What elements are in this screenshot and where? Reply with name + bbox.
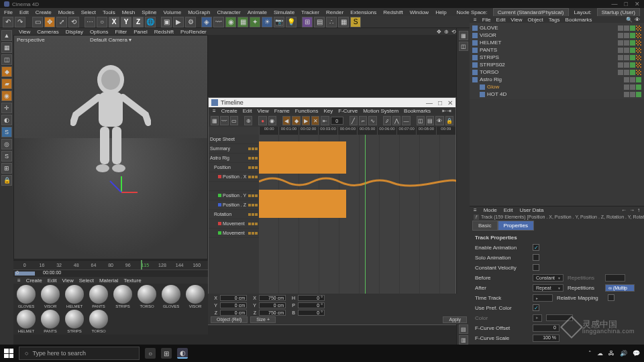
- vis-render-tag[interactable]: [630, 77, 635, 82]
- attr-menu-userdata[interactable]: User Data: [519, 207, 543, 213]
- menu-edit[interactable]: Edit: [19, 9, 29, 15]
- track-toggles[interactable]: [248, 213, 258, 216]
- timeline-tree-row[interactable]: Position . X: [209, 172, 259, 182]
- enable-tag[interactable]: [636, 92, 641, 97]
- viewmenu-options[interactable]: Options: [90, 29, 109, 35]
- coord-x-size[interactable]: 750 cm: [259, 295, 286, 301]
- tl-tangent-auto[interactable]: ⫽: [383, 116, 391, 125]
- enable-tag[interactable]: [630, 48, 635, 53]
- menu-extensions[interactable]: Extensions: [350, 9, 376, 15]
- track-toggles[interactable]: [248, 157, 258, 160]
- timetrack-field[interactable]: ▸: [533, 294, 553, 302]
- track-toggles[interactable]: [248, 204, 258, 206]
- win-close-icon[interactable]: ✕: [635, 1, 640, 7]
- light-button[interactable]: 💡: [286, 17, 297, 27]
- coord-b-rot[interactable]: 0 °: [298, 310, 325, 316]
- vis-editor-tag[interactable]: [618, 25, 623, 31]
- material-item[interactable]: GLOVES: [15, 285, 38, 308]
- deformer-button[interactable]: ✦: [250, 17, 260, 27]
- locked-icon[interactable]: 🔒: [1, 175, 12, 186]
- tl-tangent-break[interactable]: ⋀: [392, 116, 400, 125]
- timeline-tree-row[interactable]: Position: [209, 163, 259, 172]
- vp-zoom-icon[interactable]: ⊕: [444, 29, 449, 35]
- obj-menu-bookmarks[interactable]: Bookmarks: [566, 17, 592, 23]
- coord-mode1-select[interactable]: Object (Rel): [211, 316, 248, 323]
- frame-field[interactable]: 0: [16, 270, 19, 275]
- obj-search-icon[interactable]: 🔍: [626, 17, 633, 23]
- tl-interp-spline[interactable]: ∿: [368, 116, 376, 125]
- viewmenu-display[interactable]: Display: [66, 29, 83, 35]
- taskbar-search[interactable]: ○ Type here to search: [19, 347, 140, 360]
- menu-character[interactable]: Character: [217, 9, 241, 15]
- render-settings-button[interactable]: ⚙: [185, 17, 196, 27]
- menu-spline[interactable]: Spline: [142, 9, 156, 15]
- menu-tools[interactable]: Tools: [103, 9, 115, 15]
- vis-editor-tag[interactable]: [624, 77, 629, 82]
- attr-up-icon[interactable]: ↑: [637, 207, 640, 213]
- tl-record-icon[interactable]: ●: [258, 116, 266, 125]
- menu-window[interactable]: Window: [410, 9, 429, 15]
- menu-animate[interactable]: Animate: [248, 9, 267, 15]
- object-row[interactable]: Astro Rig: [470, 76, 644, 83]
- track-toggles[interactable]: [248, 166, 258, 169]
- tl-menu-view[interactable]: View: [257, 108, 268, 114]
- tray-net-icon[interactable]: 🖧: [608, 350, 614, 357]
- menu-create[interactable]: Create: [36, 9, 52, 15]
- track-toggles[interactable]: [248, 194, 258, 197]
- solo-animation-checkbox[interactable]: [533, 254, 539, 261]
- texture-mode-icon[interactable]: ▦: [1, 42, 12, 53]
- edge-mode-icon[interactable]: ◆: [1, 66, 12, 77]
- nodespace-dropdown[interactable]: Current (Standard/Physical): [493, 8, 569, 17]
- attr-menu-burger[interactable]: ≡: [474, 207, 477, 213]
- history-button[interactable]: ⋯: [85, 17, 95, 27]
- track-toggles[interactable]: [248, 176, 258, 178]
- obj-menu-file[interactable]: File: [482, 17, 491, 23]
- axis-y-button[interactable]: Y: [121, 17, 131, 27]
- tl-fcurve-mode[interactable]: 〰: [220, 116, 228, 125]
- enable-animation-checkbox[interactable]: ✓: [533, 244, 539, 251]
- tl-filter-icon[interactable]: ▤: [426, 116, 434, 125]
- object-row[interactable]: STRIPS02: [470, 61, 644, 68]
- enable-tag[interactable]: [630, 40, 635, 46]
- poly-mode-icon[interactable]: ▰: [1, 78, 12, 89]
- tl-link-icon[interactable]: ⊕: [244, 116, 252, 125]
- attr-tab-properties[interactable]: Properties: [498, 221, 534, 231]
- mat-menu-texture[interactable]: Texture: [123, 278, 141, 284]
- time-field[interactable]: 00:00:00: [43, 270, 61, 275]
- enable-tag[interactable]: [630, 70, 635, 75]
- key-block[interactable]: [259, 141, 346, 174]
- viewmenu-view[interactable]: View: [19, 29, 30, 35]
- material-item[interactable]: STRIPS: [111, 285, 134, 308]
- coord-apply-button[interactable]: Apply: [443, 316, 467, 323]
- object-row[interactable]: HELMET: [470, 39, 644, 46]
- tl-interp-step[interactable]: ⌐: [359, 116, 367, 125]
- particle-button[interactable]: ∴: [326, 17, 337, 27]
- object-row[interactable]: TORSO: [470, 68, 644, 76]
- mat-menu-create[interactable]: Create: [26, 278, 42, 284]
- tl-nav-icon[interactable]: ⇤⇥: [442, 108, 451, 114]
- rotate-tool[interactable]: ⟲: [68, 17, 79, 27]
- tl-menu-bookmarks[interactable]: Bookmarks: [404, 108, 431, 114]
- timeline-track-tree[interactable]: Dope Sheet SummaryAstro RigPositionPosit…: [209, 135, 259, 316]
- vis-render-tag[interactable]: [624, 48, 629, 53]
- material-item[interactable]: VISOR: [184, 285, 207, 308]
- menu-simulate[interactable]: Simulate: [274, 9, 294, 15]
- fcurve-scale-field[interactable]: 100 %: [533, 335, 559, 342]
- tl-autokey-icon[interactable]: ◉: [268, 116, 276, 125]
- tl-interp-linear[interactable]: ╱: [350, 116, 358, 125]
- vis-editor-tag[interactable]: [618, 62, 623, 68]
- attr-tab-basic[interactable]: Basic: [472, 221, 498, 231]
- vis-render-tag[interactable]: [630, 84, 635, 90]
- menu-mesh[interactable]: Mesh: [122, 9, 136, 15]
- menu-help[interactable]: Help: [435, 9, 446, 15]
- timeline-titlebar[interactable]: Timeline — □ ✕: [209, 98, 455, 107]
- render-view-button[interactable]: ▣: [161, 17, 172, 27]
- move-gizmo[interactable]: [108, 176, 135, 203]
- snap3-icon[interactable]: S: [1, 151, 12, 162]
- camera-button[interactable]: 📷: [274, 17, 284, 27]
- mini-timeline[interactable]: 0 16 32 48 64 80 96 115 128 144 160 0 00…: [13, 260, 208, 276]
- mat-menu-burger[interactable]: ≡: [17, 278, 21, 284]
- material-item[interactable]: PANTS: [39, 310, 62, 333]
- material-item[interactable]: GLOVES: [160, 285, 182, 308]
- vis-editor-tag[interactable]: [618, 55, 623, 60]
